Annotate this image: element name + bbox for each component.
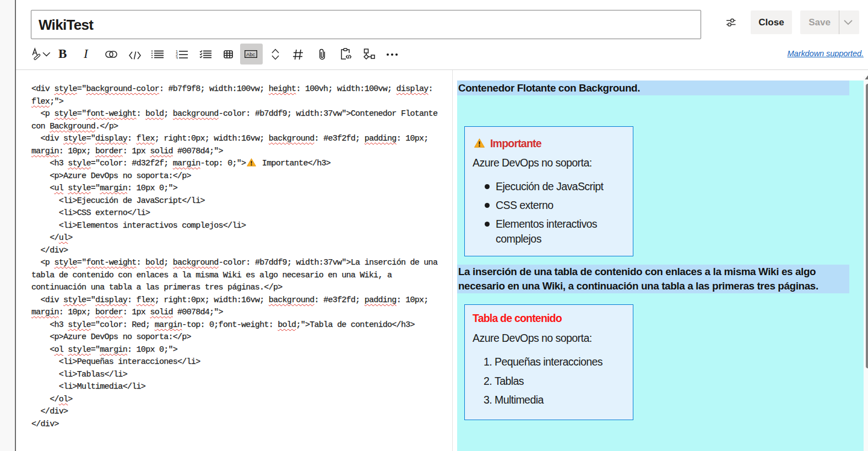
svg-text:3: 3 xyxy=(176,56,178,60)
svg-text:Abc: Abc xyxy=(246,51,256,57)
